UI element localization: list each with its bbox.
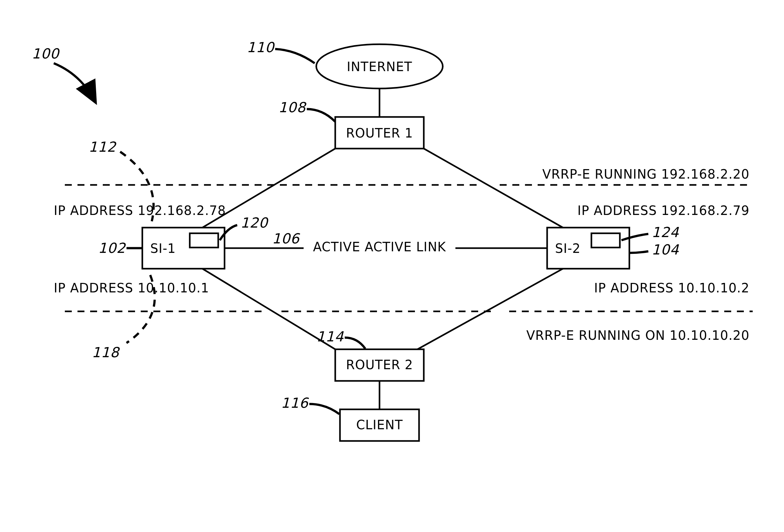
active-active-link-label: ACTIVE ACTIVE LINK [313, 240, 446, 254]
client-label: CLIENT [356, 418, 403, 432]
router1-ref-leader [307, 109, 335, 122]
router2-ref-label: 114 [316, 328, 344, 345]
si2-ref-leader [630, 251, 648, 253]
si2-inner-rect [591, 233, 620, 247]
si1-inner-rect [190, 233, 218, 247]
si2-inner-ref-leader [621, 234, 648, 240]
internet-label: INTERNET [347, 59, 412, 74]
router1-ref-label: 108 [278, 99, 307, 115]
si1-ip-bottom: IP ADDRESS 10.10.10.1 [54, 281, 209, 295]
internet-ref-leader [275, 49, 315, 63]
si1-label: SI-1 [150, 241, 176, 256]
router1-label: ROUTER 1 [346, 126, 413, 140]
si1-ref-label: 102 [98, 240, 126, 256]
router2-ref-leader [345, 337, 365, 349]
network-diagram: 100 INTERNET 110 ROUTER 1 108 VRRP-E RUN… [0, 0, 784, 532]
edge-router1-si2 [424, 149, 563, 228]
figure-ref-arrow [54, 63, 95, 101]
si1-inner-ref-label: 120 [240, 215, 269, 231]
si2-ip-bottom: IP ADDRESS 10.10.10.2 [594, 281, 750, 295]
lower-region-ref-label: 118 [92, 344, 120, 360]
internet-ref-label: 110 [247, 39, 275, 55]
si2-label: SI-2 [555, 241, 581, 256]
upper-region-ref-label: 112 [88, 139, 117, 155]
edge-si1-router2 [202, 269, 335, 349]
client-ref-label: 116 [281, 395, 309, 411]
client-ref-leader [309, 404, 339, 414]
si2-inner-ref-label: 124 [651, 224, 679, 240]
si2-ref-label: 104 [651, 241, 679, 258]
upper-region-label: VRRP-E RUNNING 192.168.2.20 [542, 167, 750, 181]
si2-ip-top: IP ADDRESS 192.168.2.79 [578, 203, 750, 218]
si1-ip-top: IP ADDRESS 192.168.2.78 [54, 203, 226, 218]
figure-ref-label: 100 [32, 46, 60, 62]
link-ref-label: 106 [272, 231, 300, 246]
router2-label: ROUTER 2 [346, 357, 413, 372]
lower-region-label: VRRP-E RUNNING ON 10.10.10.20 [526, 328, 750, 343]
